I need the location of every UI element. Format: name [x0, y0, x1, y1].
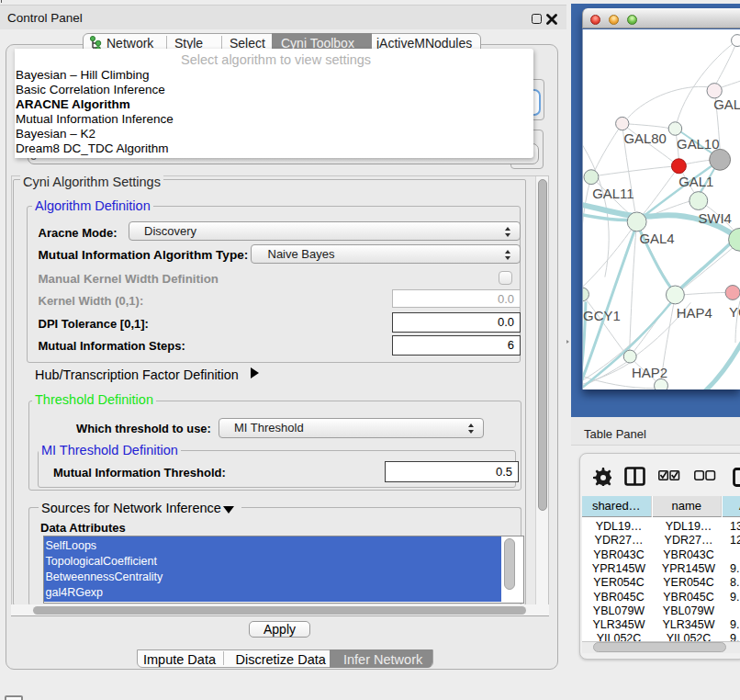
svg-text:HAP2: HAP2: [632, 366, 667, 380]
svg-text:GAL80: GAL80: [623, 131, 666, 146]
svg-text:GAL4: GAL4: [639, 231, 674, 246]
svg-text:SWI4: SWI4: [698, 211, 731, 226]
svg-text:GAL1: GAL1: [678, 175, 713, 189]
svg-text:GCY1: GCY1: [583, 309, 621, 323]
svg-text:GAL11: GAL11: [592, 186, 633, 201]
svg-text:GAL7: GAL7: [713, 97, 740, 112]
svg-text:YG: YG: [729, 305, 740, 320]
svg-text:HAP4: HAP4: [677, 306, 712, 321]
svg-text:GAL10: GAL10: [677, 137, 719, 152]
